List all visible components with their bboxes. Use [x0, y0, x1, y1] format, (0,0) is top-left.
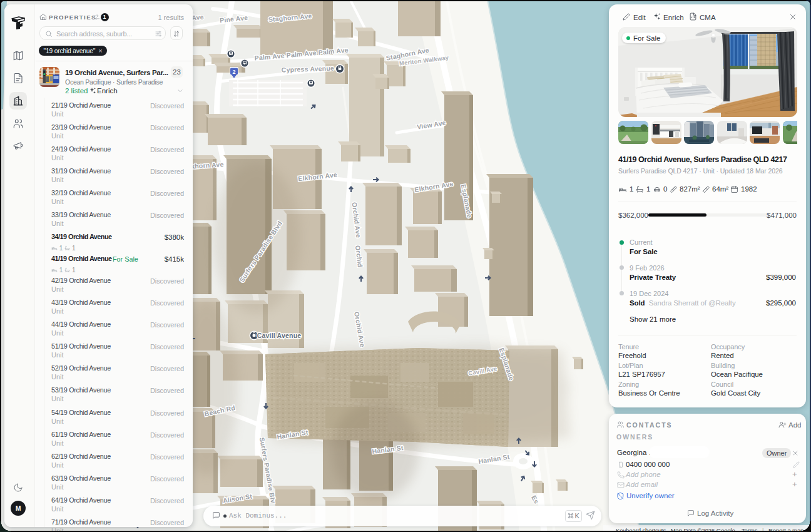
svg-text:2: 2	[232, 69, 235, 75]
svg-text:Cavill Avenue: Cavill Avenue	[257, 332, 302, 339]
